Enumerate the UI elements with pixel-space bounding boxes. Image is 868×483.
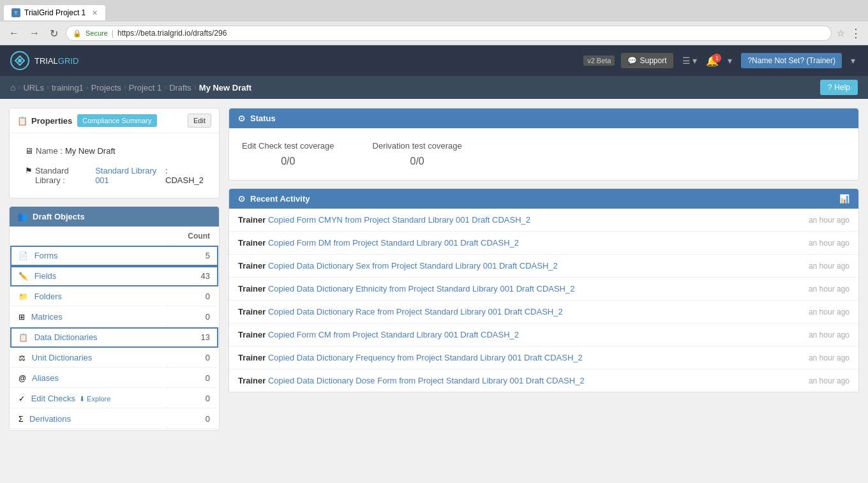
properties-label: Properties: [31, 116, 72, 126]
menu-dropdown-btn[interactable]: ☰ ▾: [680, 53, 700, 68]
item-icon: Σ: [19, 415, 23, 424]
breadcrumb-home[interactable]: ⌂: [10, 82, 15, 93]
support-btn[interactable]: 💬 Support: [621, 53, 673, 68]
tab-close-btn[interactable]: ✕: [92, 9, 98, 17]
tab-label: TrialGrid Project 1: [24, 8, 86, 17]
table-row: 📋 Data Dictionaries 13: [11, 328, 218, 347]
activity-time: an hour ago: [809, 353, 849, 362]
library-link[interactable]: Standard Library 001: [95, 166, 163, 185]
table-row: ✓ Edit Checks⬇ Explore 0: [11, 389, 218, 408]
help-btn[interactable]: ? Help: [820, 80, 858, 95]
item-link-aliases[interactable]: Aliases: [32, 373, 59, 383]
user-menu-btn[interactable]: ?Name Not Set? (Trainer): [741, 53, 842, 68]
item-link-folders[interactable]: Folders: [34, 292, 62, 301]
chart-icon[interactable]: 📊: [839, 194, 849, 204]
activity-text: Trainer Copied Data Dictionary Dose Form…: [238, 376, 585, 385]
activity-action[interactable]: Copied Data Dictionary Dose Form from Pr…: [268, 376, 585, 385]
breadcrumb-urls[interactable]: URLs: [23, 83, 44, 93]
compliance-summary-btn[interactable]: Compliance Summary: [77, 114, 156, 127]
item-icon: 📄: [19, 251, 28, 260]
table-row: ✏️ Fields 43: [11, 267, 218, 286]
activity-action[interactable]: Copied Data Dictionary Sex from Project …: [268, 261, 558, 271]
activity-text: Trainer Copied Data Dictionary Race from…: [238, 307, 563, 316]
left-panel: 📋 Properties Compliance Summary Edit 🖥 N…: [9, 108, 220, 431]
url-separator: |: [112, 29, 114, 38]
chrome-menu-btn[interactable]: ⋮: [850, 26, 862, 40]
address-field[interactable]: 🔒 Secure | https://beta.trialgrid.io/dra…: [66, 26, 832, 41]
item-cell: ✏️ Fields: [11, 267, 163, 286]
breadcrumb-drafts[interactable]: Drafts: [169, 83, 191, 93]
activity-action[interactable]: Copied Data Dictionary Ethnicity from Pr…: [268, 284, 575, 294]
explore-link[interactable]: ⬇ Explore: [79, 395, 110, 403]
item-link-fields[interactable]: Fields: [34, 271, 57, 281]
activity-row: Trainer Copied Data Dictionary Race from…: [229, 301, 858, 323]
item-link-data-dictionaries[interactable]: Data Dictionaries: [34, 332, 98, 342]
breadcrumb-project1[interactable]: Project 1: [129, 83, 161, 93]
status-item-value: 0/0: [410, 156, 424, 167]
item-cell: 📋 Data Dictionaries: [11, 328, 163, 347]
activity-time: an hour ago: [809, 376, 849, 385]
status-body: Edit Check test coverage 0/0 Derivation …: [229, 128, 858, 180]
activity-time: an hour ago: [809, 331, 849, 339]
properties-title: 📋 Properties: [17, 116, 72, 126]
draft-objects-header: 👥 Draft Objects: [10, 207, 219, 227]
activity-action[interactable]: Copied Data Dictionary Frequency from Pr…: [268, 353, 583, 362]
item-count: 43: [165, 267, 218, 286]
properties-icon: 📋: [17, 116, 27, 126]
item-count: 13: [165, 328, 218, 347]
table-row: ⚖ Unit Dictionaries 0: [11, 348, 218, 368]
activity-actor: Trainer: [238, 238, 268, 248]
secure-badge: 🔒: [73, 29, 82, 38]
item-link-unit-dictionaries[interactable]: Unit Dictionaries: [32, 353, 93, 362]
browser-tab[interactable]: T TrialGrid Project 1 ✕: [4, 5, 105, 20]
notification-btn[interactable]: 🔔 1: [706, 55, 719, 67]
bookmark-btn[interactable]: ☆: [837, 28, 845, 38]
item-count: 0: [165, 369, 218, 388]
breadcrumb-training1[interactable]: training1: [52, 83, 84, 93]
activity-time: an hour ago: [809, 239, 849, 248]
item-count: 0: [165, 308, 218, 327]
back-btn[interactable]: ←: [6, 26, 22, 40]
draft-icon: 👥: [17, 212, 27, 221]
activity-text: Trainer Copied Data Dictionary Frequency…: [238, 353, 583, 362]
item-cell: ✓ Edit Checks⬇ Explore: [11, 389, 163, 408]
activity-action[interactable]: Copied Form CM from Project Standard Lib…: [268, 330, 519, 339]
table-row: ⊞ Matrices 0: [11, 308, 218, 327]
activity-actor: Trainer: [238, 330, 268, 339]
breadcrumb-projects[interactable]: Projects: [91, 83, 121, 93]
activity-icon: ⊙: [238, 194, 245, 204]
activity-action[interactable]: Copied Form DM from Project Standard Lib…: [268, 238, 519, 248]
activity-header: ⊙ Recent Activity 📊: [229, 189, 858, 209]
edit-properties-btn[interactable]: Edit: [188, 114, 211, 128]
activity-action[interactable]: Copied Form CMYN from Project Standard L…: [268, 215, 530, 225]
status-item-label: Derivation test coverage: [373, 141, 462, 151]
item-count: 5: [165, 246, 218, 265]
activity-row: Trainer Copied Data Dictionary Frequency…: [229, 346, 858, 369]
new-tab-area: [108, 4, 133, 22]
user-menu-arrow[interactable]: ▾: [848, 53, 858, 68]
forward-btn[interactable]: →: [27, 26, 42, 40]
name-icon: 🖥: [25, 146, 33, 156]
v2-badge: v2 Beta: [583, 56, 615, 66]
logo: TRIALGRID: [10, 51, 79, 70]
item-icon: ⊞: [19, 313, 25, 322]
activity-action[interactable]: Copied Data Dictionary Race from Project…: [268, 307, 563, 316]
properties-header: 📋 Properties Compliance Summary Edit: [10, 108, 219, 133]
notification-arrow[interactable]: ▾: [725, 53, 735, 68]
activity-actor: Trainer: [238, 261, 268, 271]
activity-card: ⊙ Recent Activity 📊 Trainer Copied Form …: [228, 188, 859, 392]
refresh-btn[interactable]: ↻: [47, 26, 61, 41]
item-link-forms[interactable]: Forms: [34, 251, 58, 260]
secure-label: Secure: [86, 29, 108, 37]
table-row: Σ Derivations 0: [11, 410, 218, 429]
item-link-derivations[interactable]: Derivations: [29, 414, 71, 424]
item-link-edit-checks[interactable]: Edit Checks: [31, 394, 75, 403]
item-link-matrices[interactable]: Matrices: [31, 312, 63, 322]
header-right: v2 Beta 💬 Support ☰ ▾ 🔔 1 ▾ ?Name Not Se…: [583, 53, 858, 68]
notif-count: 1: [712, 54, 721, 63]
name-row: 🖥 Name : My New Draft: [17, 141, 211, 161]
activity-actor: Trainer: [238, 353, 268, 362]
item-count: 0: [165, 410, 218, 429]
item-cell: Σ Derivations: [11, 410, 163, 429]
activity-time: an hour ago: [809, 262, 849, 271]
